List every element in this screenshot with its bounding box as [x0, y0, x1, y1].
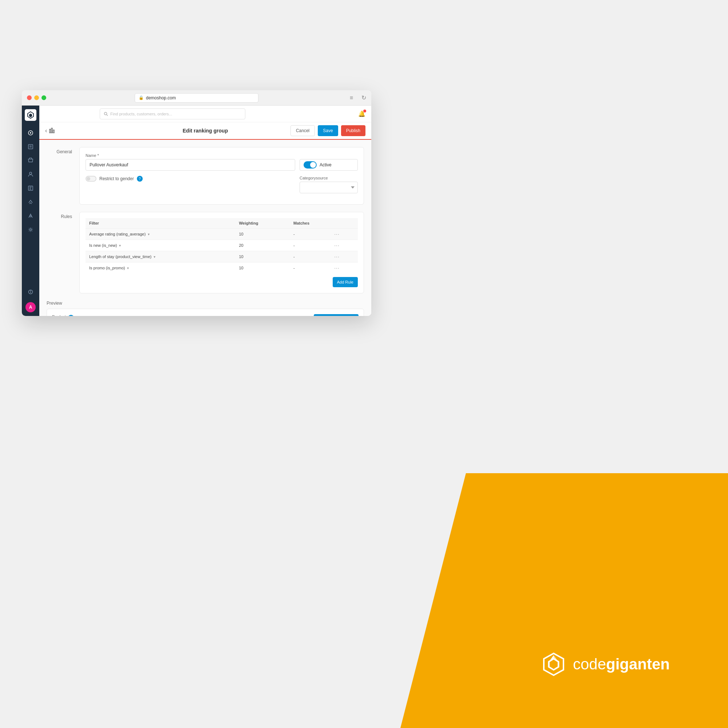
rules-label: Rules — [47, 212, 72, 294]
svg-rect-22 — [53, 130, 54, 133]
matches-cell-2: - — [290, 251, 330, 262]
sidebar-item-products[interactable] — [24, 154, 37, 167]
sidebar-item-content[interactable] — [24, 182, 37, 194]
preview-select-wrap: Product ? — [52, 314, 310, 316]
url-text: demoshop.com — [146, 95, 176, 101]
row-action-btn-0[interactable]: ··· — [334, 231, 340, 237]
notification-dot — [363, 110, 366, 112]
back-icon[interactable]: ‹ — [45, 127, 47, 134]
restrict-toggle-row: Restrict to gender ? — [86, 176, 295, 182]
breadcrumb: ‹ — [45, 127, 55, 134]
filter-text-1: Is new (is_new) — [89, 243, 117, 248]
main-content: Find products, customers, orders... 🔔 ‹ — [39, 106, 371, 316]
svg-point-17 — [31, 291, 31, 291]
col-filter: Filter — [86, 218, 235, 229]
address-bar[interactable]: 🔒 demoshop.com — [135, 93, 258, 102]
sidebar-logo[interactable] — [25, 109, 37, 121]
action-cell-1: ··· — [330, 240, 358, 251]
general-content: Name * Active — [80, 147, 364, 205]
table-row: Is promo (is_promo) ▾ 10 - ··· — [86, 262, 358, 274]
toggle-knob — [310, 162, 316, 168]
lock-icon: 🔒 — [139, 95, 144, 100]
row-action-btn-3[interactable]: ··· — [334, 265, 340, 271]
browser-body: A Find products, customers, orders... 🔔 — [22, 106, 371, 316]
brand-name: codegiganten — [573, 656, 670, 673]
row-action-btn-2[interactable]: ··· — [334, 254, 340, 260]
rules-section: Rules Filter Weighting Matches — [39, 212, 371, 301]
active-spacer — [300, 153, 358, 158]
filter-chevron-2: ▾ — [154, 255, 155, 259]
sidebar-item-marketing[interactable] — [24, 196, 37, 208]
restrict-group: Restrict to gender ? — [86, 176, 295, 193]
filter-chevron-1: ▾ — [119, 243, 121, 248]
action-cell-3: ··· — [330, 262, 358, 274]
svg-point-14 — [30, 229, 32, 231]
col-weighting: Weighting — [235, 218, 290, 229]
brand-logo-icon — [541, 652, 566, 677]
weighting-cell-1: 20 — [235, 240, 290, 251]
sidebar-item-orders[interactable] — [24, 141, 37, 153]
reload-preview-button[interactable]: Reload preview — [314, 314, 359, 316]
restrict-toggle[interactable] — [86, 176, 96, 182]
add-rule-button[interactable]: Add Rule — [333, 277, 358, 287]
name-row: Name * Active — [86, 153, 358, 171]
svg-point-8 — [29, 172, 32, 174]
preview-help-icon[interactable]: ? — [68, 315, 74, 316]
sidebar-avatar[interactable]: A — [26, 302, 36, 312]
preview-content: Product ? Reload preview — [47, 309, 364, 316]
table-row: Is new (is_new) ▾ 20 - ··· — [86, 240, 358, 251]
svg-point-4 — [30, 132, 31, 134]
svg-line-19 — [107, 115, 108, 116]
row-action-btn-1[interactable]: ··· — [334, 242, 340, 248]
chart-icon[interactable] — [49, 127, 55, 134]
minimize-button[interactable] — [34, 95, 39, 100]
svg-rect-20 — [49, 129, 50, 133]
add-rule-row: Add Rule — [86, 277, 358, 287]
publish-button[interactable]: Publish — [341, 125, 366, 136]
active-toggle-group: Active — [300, 159, 358, 171]
name-input[interactable] — [86, 159, 295, 171]
cancel-button[interactable]: Cancel — [291, 125, 315, 136]
maximize-button[interactable] — [41, 95, 46, 100]
table-row: Average rating (rating_average) ▾ 10 - ·… — [86, 229, 358, 240]
svg-rect-5 — [28, 145, 33, 149]
filter-cell-0: Average rating (rating_average) ▾ — [86, 229, 235, 240]
notification-icon[interactable]: 🔔 — [358, 110, 366, 117]
action-cell-2: ··· — [330, 251, 358, 262]
sidebar-item-design[interactable] — [24, 210, 37, 222]
category-select[interactable] — [300, 182, 358, 193]
header-actions: Cancel Save Publish — [291, 125, 366, 136]
svg-rect-21 — [51, 128, 52, 133]
action-cell-0: ··· — [330, 229, 358, 240]
menu-icon[interactable]: ≡ — [350, 95, 353, 101]
browser-chrome: 🔒 demoshop.com ↻ ≡ — [22, 90, 371, 106]
matches-cell-1: - — [290, 240, 330, 251]
sidebar-item-dashboard[interactable] — [24, 127, 37, 139]
preview-label: Preview — [47, 301, 364, 306]
weighting-cell-0: 10 — [235, 229, 290, 240]
weighting-cell-2: 10 — [235, 251, 290, 262]
active-toggle-label: Active — [320, 162, 332, 167]
active-toggle[interactable] — [304, 161, 317, 168]
yellow-background — [401, 473, 728, 728]
name-group: Name * — [86, 153, 295, 171]
sidebar-item-info[interactable] — [24, 286, 37, 298]
filter-cell-3: Is promo (is_promo) ▾ — [86, 262, 235, 274]
weighting-cell-3: 10 — [235, 262, 290, 274]
active-group: Active — [300, 153, 358, 171]
sidebar: A — [22, 106, 39, 316]
brand-area: codegiganten — [541, 652, 670, 677]
close-button[interactable] — [27, 95, 32, 100]
refresh-icon[interactable]: ↻ — [361, 94, 366, 101]
sidebar-item-settings[interactable] — [24, 223, 37, 236]
svg-point-13 — [30, 216, 31, 217]
matches-cell-0: - — [290, 229, 330, 240]
sidebar-item-customers[interactable] — [24, 168, 37, 180]
table-row: Length of stay (product_view_time) ▾ 10 … — [86, 251, 358, 262]
rules-content: Filter Weighting Matches Average rating … — [80, 212, 364, 294]
col-actions — [330, 218, 358, 229]
search-bar[interactable]: Find products, customers, orders... — [100, 109, 245, 119]
restrict-help-icon[interactable]: ? — [137, 176, 143, 182]
restrict-label: Restrict to gender — [99, 176, 134, 181]
save-button[interactable]: Save — [318, 125, 338, 136]
